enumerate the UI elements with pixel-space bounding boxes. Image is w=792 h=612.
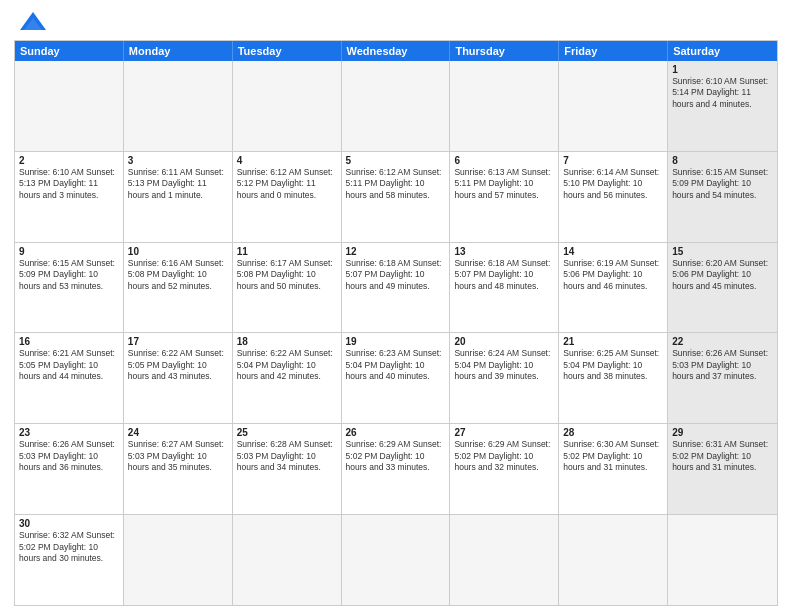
day-number: 4	[237, 155, 337, 166]
calendar-page: SundayMondayTuesdayWednesdayThursdayFrid…	[0, 0, 792, 612]
calendar-week-2: 2Sunrise: 6:10 AM Sunset: 5:13 PM Daylig…	[15, 151, 777, 242]
calendar-cell	[559, 61, 668, 151]
calendar-cell: 1Sunrise: 6:10 AM Sunset: 5:14 PM Daylig…	[668, 61, 777, 151]
calendar-week-6: 30Sunrise: 6:32 AM Sunset: 5:02 PM Dayli…	[15, 514, 777, 605]
cell-info: Sunrise: 6:15 AM Sunset: 5:09 PM Dayligh…	[672, 167, 773, 201]
calendar-cell: 25Sunrise: 6:28 AM Sunset: 5:03 PM Dayli…	[233, 424, 342, 514]
cell-info: Sunrise: 6:27 AM Sunset: 5:03 PM Dayligh…	[128, 439, 228, 473]
calendar-cell	[124, 515, 233, 605]
calendar-cell: 19Sunrise: 6:23 AM Sunset: 5:04 PM Dayli…	[342, 333, 451, 423]
calendar-cell	[450, 61, 559, 151]
cell-info: Sunrise: 6:18 AM Sunset: 5:07 PM Dayligh…	[454, 258, 554, 292]
cell-info: Sunrise: 6:25 AM Sunset: 5:04 PM Dayligh…	[563, 348, 663, 382]
day-number: 22	[672, 336, 773, 347]
calendar-cell	[668, 515, 777, 605]
day-number: 12	[346, 246, 446, 257]
calendar-cell: 9Sunrise: 6:15 AM Sunset: 5:09 PM Daylig…	[15, 243, 124, 333]
cell-info: Sunrise: 6:22 AM Sunset: 5:04 PM Dayligh…	[237, 348, 337, 382]
calendar-cell: 20Sunrise: 6:24 AM Sunset: 5:04 PM Dayli…	[450, 333, 559, 423]
cell-info: Sunrise: 6:21 AM Sunset: 5:05 PM Dayligh…	[19, 348, 119, 382]
day-number: 17	[128, 336, 228, 347]
day-header-wednesday: Wednesday	[342, 41, 451, 61]
logo	[14, 10, 48, 34]
calendar-cell: 16Sunrise: 6:21 AM Sunset: 5:05 PM Dayli…	[15, 333, 124, 423]
calendar-cell: 11Sunrise: 6:17 AM Sunset: 5:08 PM Dayli…	[233, 243, 342, 333]
day-number: 9	[19, 246, 119, 257]
day-number: 2	[19, 155, 119, 166]
calendar-cell: 3Sunrise: 6:11 AM Sunset: 5:13 PM Daylig…	[124, 152, 233, 242]
calendar-cell	[450, 515, 559, 605]
calendar-week-5: 23Sunrise: 6:26 AM Sunset: 5:03 PM Dayli…	[15, 423, 777, 514]
day-number: 3	[128, 155, 228, 166]
cell-info: Sunrise: 6:31 AM Sunset: 5:02 PM Dayligh…	[672, 439, 773, 473]
day-number: 7	[563, 155, 663, 166]
cell-info: Sunrise: 6:28 AM Sunset: 5:03 PM Dayligh…	[237, 439, 337, 473]
day-number: 1	[672, 64, 773, 75]
day-number: 16	[19, 336, 119, 347]
day-number: 18	[237, 336, 337, 347]
calendar-body: 1Sunrise: 6:10 AM Sunset: 5:14 PM Daylig…	[15, 61, 777, 605]
cell-info: Sunrise: 6:29 AM Sunset: 5:02 PM Dayligh…	[346, 439, 446, 473]
calendar-header: SundayMondayTuesdayWednesdayThursdayFrid…	[15, 41, 777, 61]
cell-info: Sunrise: 6:13 AM Sunset: 5:11 PM Dayligh…	[454, 167, 554, 201]
calendar-cell: 6Sunrise: 6:13 AM Sunset: 5:11 PM Daylig…	[450, 152, 559, 242]
cell-info: Sunrise: 6:11 AM Sunset: 5:13 PM Dayligh…	[128, 167, 228, 201]
day-header-sunday: Sunday	[15, 41, 124, 61]
day-number: 24	[128, 427, 228, 438]
day-number: 26	[346, 427, 446, 438]
calendar-cell: 27Sunrise: 6:29 AM Sunset: 5:02 PM Dayli…	[450, 424, 559, 514]
day-number: 20	[454, 336, 554, 347]
day-header-friday: Friday	[559, 41, 668, 61]
calendar-cell: 17Sunrise: 6:22 AM Sunset: 5:05 PM Dayli…	[124, 333, 233, 423]
calendar-cell	[124, 61, 233, 151]
day-number: 5	[346, 155, 446, 166]
calendar-cell: 29Sunrise: 6:31 AM Sunset: 5:02 PM Dayli…	[668, 424, 777, 514]
day-number: 30	[19, 518, 119, 529]
cell-info: Sunrise: 6:30 AM Sunset: 5:02 PM Dayligh…	[563, 439, 663, 473]
day-number: 8	[672, 155, 773, 166]
cell-info: Sunrise: 6:10 AM Sunset: 5:14 PM Dayligh…	[672, 76, 773, 110]
cell-info: Sunrise: 6:16 AM Sunset: 5:08 PM Dayligh…	[128, 258, 228, 292]
calendar-cell: 18Sunrise: 6:22 AM Sunset: 5:04 PM Dayli…	[233, 333, 342, 423]
calendar-cell: 21Sunrise: 6:25 AM Sunset: 5:04 PM Dayli…	[559, 333, 668, 423]
day-header-thursday: Thursday	[450, 41, 559, 61]
calendar-cell: 23Sunrise: 6:26 AM Sunset: 5:03 PM Dayli…	[15, 424, 124, 514]
day-number: 27	[454, 427, 554, 438]
cell-info: Sunrise: 6:24 AM Sunset: 5:04 PM Dayligh…	[454, 348, 554, 382]
calendar-cell	[342, 61, 451, 151]
day-header-saturday: Saturday	[668, 41, 777, 61]
cell-info: Sunrise: 6:29 AM Sunset: 5:02 PM Dayligh…	[454, 439, 554, 473]
cell-info: Sunrise: 6:12 AM Sunset: 5:11 PM Dayligh…	[346, 167, 446, 201]
calendar-cell: 2Sunrise: 6:10 AM Sunset: 5:13 PM Daylig…	[15, 152, 124, 242]
day-header-tuesday: Tuesday	[233, 41, 342, 61]
calendar-cell: 30Sunrise: 6:32 AM Sunset: 5:02 PM Dayli…	[15, 515, 124, 605]
calendar-cell: 15Sunrise: 6:20 AM Sunset: 5:06 PM Dayli…	[668, 243, 777, 333]
cell-info: Sunrise: 6:32 AM Sunset: 5:02 PM Dayligh…	[19, 530, 119, 564]
cell-info: Sunrise: 6:26 AM Sunset: 5:03 PM Dayligh…	[19, 439, 119, 473]
calendar-cell	[233, 61, 342, 151]
calendar-cell: 12Sunrise: 6:18 AM Sunset: 5:07 PM Dayli…	[342, 243, 451, 333]
cell-info: Sunrise: 6:22 AM Sunset: 5:05 PM Dayligh…	[128, 348, 228, 382]
day-number: 19	[346, 336, 446, 347]
calendar-week-3: 9Sunrise: 6:15 AM Sunset: 5:09 PM Daylig…	[15, 242, 777, 333]
cell-info: Sunrise: 6:14 AM Sunset: 5:10 PM Dayligh…	[563, 167, 663, 201]
day-number: 23	[19, 427, 119, 438]
calendar-cell: 4Sunrise: 6:12 AM Sunset: 5:12 PM Daylig…	[233, 152, 342, 242]
logo-icon	[18, 10, 48, 34]
day-number: 28	[563, 427, 663, 438]
cell-info: Sunrise: 6:10 AM Sunset: 5:13 PM Dayligh…	[19, 167, 119, 201]
calendar-cell	[342, 515, 451, 605]
calendar-cell: 24Sunrise: 6:27 AM Sunset: 5:03 PM Dayli…	[124, 424, 233, 514]
calendar-cell: 26Sunrise: 6:29 AM Sunset: 5:02 PM Dayli…	[342, 424, 451, 514]
calendar-cell	[15, 61, 124, 151]
cell-info: Sunrise: 6:20 AM Sunset: 5:06 PM Dayligh…	[672, 258, 773, 292]
cell-info: Sunrise: 6:17 AM Sunset: 5:08 PM Dayligh…	[237, 258, 337, 292]
calendar-cell: 8Sunrise: 6:15 AM Sunset: 5:09 PM Daylig…	[668, 152, 777, 242]
day-number: 11	[237, 246, 337, 257]
day-number: 29	[672, 427, 773, 438]
cell-info: Sunrise: 6:19 AM Sunset: 5:06 PM Dayligh…	[563, 258, 663, 292]
calendar-cell	[559, 515, 668, 605]
day-number: 25	[237, 427, 337, 438]
logo-area	[14, 10, 48, 34]
calendar-cell: 28Sunrise: 6:30 AM Sunset: 5:02 PM Dayli…	[559, 424, 668, 514]
